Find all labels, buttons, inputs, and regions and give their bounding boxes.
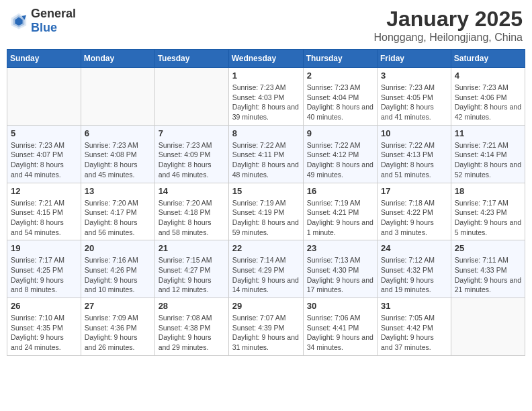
day-info: Sunrise: 7:23 AM Sunset: 4:05 PM Dayligh… <box>381 83 447 122</box>
day-number: 3 <box>381 71 447 81</box>
calendar-cell: 6Sunrise: 7:23 AM Sunset: 4:08 PM Daylig… <box>81 125 154 183</box>
weekday-header-monday: Monday <box>81 50 154 68</box>
day-number: 22 <box>232 243 300 253</box>
day-number: 20 <box>85 243 151 253</box>
day-info: Sunrise: 7:22 AM Sunset: 4:13 PM Dayligh… <box>381 140 447 180</box>
day-info: Sunrise: 7:05 AM Sunset: 4:42 PM Dayligh… <box>381 313 447 353</box>
calendar-cell: 9Sunrise: 7:22 AM Sunset: 4:12 PM Daylig… <box>303 125 377 183</box>
title-area: January 2025 Honggang, Heilongjiang, Chi… <box>374 7 523 44</box>
calendar-cell: 14Sunrise: 7:20 AM Sunset: 4:18 PM Dayli… <box>154 183 228 240</box>
logo-blue: Blue <box>31 21 57 34</box>
day-info: Sunrise: 7:23 AM Sunset: 4:03 PM Dayligh… <box>232 83 300 122</box>
day-info: Sunrise: 7:21 AM Sunset: 4:14 PM Dayligh… <box>455 140 521 180</box>
calendar-cell: 23Sunrise: 7:13 AM Sunset: 4:30 PM Dayli… <box>303 240 377 298</box>
day-number: 5 <box>11 128 77 138</box>
day-info: Sunrise: 7:20 AM Sunset: 4:17 PM Dayligh… <box>85 198 151 238</box>
calendar-week-4: 19Sunrise: 7:17 AM Sunset: 4:25 PM Dayli… <box>7 240 525 298</box>
calendar-cell: 11Sunrise: 7:21 AM Sunset: 4:14 PM Dayli… <box>451 125 525 183</box>
logo-icon <box>9 11 28 30</box>
day-number: 13 <box>85 186 151 196</box>
day-info: Sunrise: 7:07 AM Sunset: 4:39 PM Dayligh… <box>232 313 300 353</box>
day-number: 4 <box>455 71 521 81</box>
day-number: 10 <box>381 128 447 138</box>
day-number: 17 <box>381 186 447 196</box>
header: General Blue January 2025 Honggang, Heil… <box>7 7 525 44</box>
day-number: 31 <box>381 301 447 311</box>
day-number: 14 <box>159 186 225 196</box>
day-info: Sunrise: 7:20 AM Sunset: 4:18 PM Dayligh… <box>159 198 225 238</box>
calendar-cell <box>451 298 525 356</box>
day-number: 29 <box>232 301 300 311</box>
day-info: Sunrise: 7:19 AM Sunset: 4:19 PM Dayligh… <box>232 198 300 238</box>
day-info: Sunrise: 7:23 AM Sunset: 4:08 PM Dayligh… <box>85 140 151 180</box>
page-title: January 2025 <box>374 7 523 32</box>
day-info: Sunrise: 7:10 AM Sunset: 4:35 PM Dayligh… <box>11 313 77 353</box>
day-info: Sunrise: 7:12 AM Sunset: 4:32 PM Dayligh… <box>381 255 447 295</box>
weekday-header-row: SundayMondayTuesdayWednesdayThursdayFrid… <box>7 50 525 68</box>
day-number: 15 <box>232 186 300 196</box>
calendar-cell: 21Sunrise: 7:15 AM Sunset: 4:27 PM Dayli… <box>154 240 228 298</box>
day-info: Sunrise: 7:14 AM Sunset: 4:29 PM Dayligh… <box>232 255 300 295</box>
day-number: 11 <box>455 128 521 138</box>
calendar-cell: 1Sunrise: 7:23 AM Sunset: 4:03 PM Daylig… <box>228 68 303 126</box>
logo-text: General Blue <box>31 7 76 35</box>
calendar-cell: 27Sunrise: 7:09 AM Sunset: 4:36 PM Dayli… <box>81 298 154 356</box>
calendar-week-1: 1Sunrise: 7:23 AM Sunset: 4:03 PM Daylig… <box>7 68 525 126</box>
calendar-cell <box>81 68 154 126</box>
day-number: 27 <box>85 301 151 311</box>
calendar-cell: 13Sunrise: 7:20 AM Sunset: 4:17 PM Dayli… <box>81 183 154 240</box>
day-number: 21 <box>159 243 225 253</box>
calendar-cell: 2Sunrise: 7:23 AM Sunset: 4:04 PM Daylig… <box>303 68 377 126</box>
weekday-header-saturday: Saturday <box>451 50 525 68</box>
logo-general: General <box>31 7 76 20</box>
weekday-header-wednesday: Wednesday <box>228 50 303 68</box>
day-info: Sunrise: 7:17 AM Sunset: 4:25 PM Dayligh… <box>11 255 77 295</box>
weekday-header-friday: Friday <box>378 50 451 68</box>
day-info: Sunrise: 7:22 AM Sunset: 4:11 PM Dayligh… <box>232 140 300 180</box>
weekday-header-tuesday: Tuesday <box>154 50 228 68</box>
day-info: Sunrise: 7:23 AM Sunset: 4:04 PM Dayligh… <box>307 83 373 122</box>
calendar-cell: 8Sunrise: 7:22 AM Sunset: 4:11 PM Daylig… <box>228 125 303 183</box>
calendar-cell: 26Sunrise: 7:10 AM Sunset: 4:35 PM Dayli… <box>7 298 81 356</box>
calendar-cell: 5Sunrise: 7:23 AM Sunset: 4:07 PM Daylig… <box>7 125 81 183</box>
day-number: 12 <box>11 186 77 196</box>
day-number: 28 <box>159 301 225 311</box>
calendar-cell: 24Sunrise: 7:12 AM Sunset: 4:32 PM Dayli… <box>378 240 451 298</box>
day-number: 16 <box>307 186 373 196</box>
day-number: 25 <box>455 243 521 253</box>
calendar-cell: 28Sunrise: 7:08 AM Sunset: 4:38 PM Dayli… <box>154 298 228 356</box>
day-number: 9 <box>307 128 373 138</box>
calendar-cell: 18Sunrise: 7:17 AM Sunset: 4:23 PM Dayli… <box>451 183 525 240</box>
weekday-header-sunday: Sunday <box>7 50 81 68</box>
weekday-header-thursday: Thursday <box>303 50 377 68</box>
day-number: 30 <box>307 301 373 311</box>
calendar-cell: 7Sunrise: 7:23 AM Sunset: 4:09 PM Daylig… <box>154 125 228 183</box>
calendar-cell: 16Sunrise: 7:19 AM Sunset: 4:21 PM Dayli… <box>303 183 377 240</box>
calendar-cell <box>7 68 81 126</box>
day-number: 23 <box>307 243 373 253</box>
calendar-cell <box>154 68 228 126</box>
calendar-cell: 19Sunrise: 7:17 AM Sunset: 4:25 PM Dayli… <box>7 240 81 298</box>
day-number: 6 <box>85 128 151 138</box>
day-number: 8 <box>232 128 300 138</box>
calendar-week-2: 5Sunrise: 7:23 AM Sunset: 4:07 PM Daylig… <box>7 125 525 183</box>
calendar-cell: 25Sunrise: 7:11 AM Sunset: 4:33 PM Dayli… <box>451 240 525 298</box>
day-number: 18 <box>455 186 521 196</box>
day-info: Sunrise: 7:13 AM Sunset: 4:30 PM Dayligh… <box>307 255 373 295</box>
calendar-cell: 15Sunrise: 7:19 AM Sunset: 4:19 PM Dayli… <box>228 183 303 240</box>
day-info: Sunrise: 7:23 AM Sunset: 4:07 PM Dayligh… <box>11 140 77 180</box>
calendar-cell: 10Sunrise: 7:22 AM Sunset: 4:13 PM Dayli… <box>378 125 451 183</box>
calendar-cell: 20Sunrise: 7:16 AM Sunset: 4:26 PM Dayli… <box>81 240 154 298</box>
day-info: Sunrise: 7:17 AM Sunset: 4:23 PM Dayligh… <box>455 198 521 238</box>
calendar-week-3: 12Sunrise: 7:21 AM Sunset: 4:15 PM Dayli… <box>7 183 525 240</box>
calendar-body: 1Sunrise: 7:23 AM Sunset: 4:03 PM Daylig… <box>7 68 525 356</box>
day-number: 1 <box>232 71 300 81</box>
logo: General Blue <box>9 7 76 35</box>
day-info: Sunrise: 7:21 AM Sunset: 4:15 PM Dayligh… <box>11 198 77 238</box>
day-info: Sunrise: 7:22 AM Sunset: 4:12 PM Dayligh… <box>307 140 373 180</box>
calendar-cell: 12Sunrise: 7:21 AM Sunset: 4:15 PM Dayli… <box>7 183 81 240</box>
day-number: 26 <box>11 301 77 311</box>
day-info: Sunrise: 7:18 AM Sunset: 4:22 PM Dayligh… <box>381 198 447 238</box>
day-info: Sunrise: 7:11 AM Sunset: 4:33 PM Dayligh… <box>455 255 521 295</box>
calendar-cell: 29Sunrise: 7:07 AM Sunset: 4:39 PM Dayli… <box>228 298 303 356</box>
